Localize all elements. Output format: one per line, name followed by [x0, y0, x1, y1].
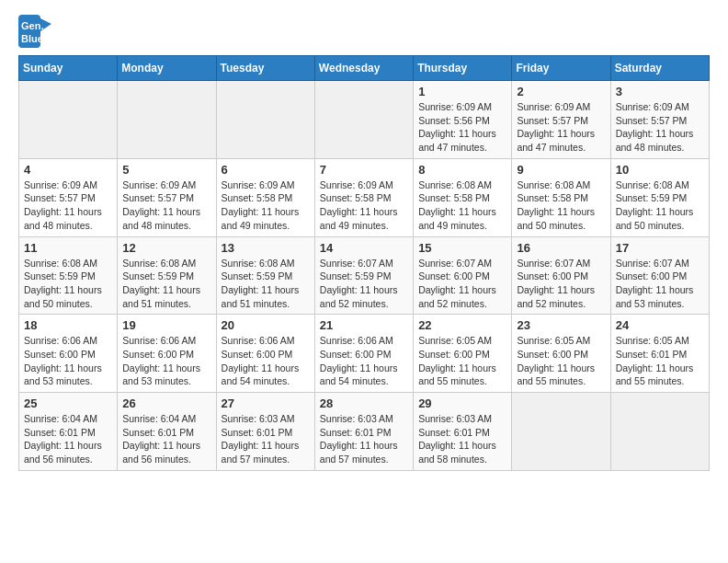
day-number: 7	[320, 163, 408, 177]
calendar-cell	[314, 81, 413, 159]
day-number: 13	[222, 241, 310, 255]
day-number: 10	[616, 163, 704, 177]
calendar-cell: 19Sunrise: 6:06 AM Sunset: 6:00 PM Dayli…	[118, 315, 216, 393]
calendar-cell: 8Sunrise: 6:08 AM Sunset: 5:58 PM Daylig…	[414, 158, 512, 236]
day-number: 15	[418, 241, 506, 255]
calendar-cell: 29Sunrise: 6:03 AM Sunset: 6:01 PM Dayli…	[414, 393, 512, 471]
calendar-cell	[610, 393, 709, 471]
calendar-cell: 12Sunrise: 6:08 AM Sunset: 5:59 PM Dayli…	[118, 236, 216, 315]
day-info: Sunrise: 6:09 AM Sunset: 5:57 PM Dayligh…	[616, 100, 704, 155]
day-info: Sunrise: 6:09 AM Sunset: 5:58 PM Dayligh…	[222, 178, 310, 233]
day-number: 28	[320, 396, 408, 410]
day-number: 22	[418, 318, 506, 332]
calendar-cell: 6Sunrise: 6:09 AM Sunset: 5:58 PM Daylig…	[216, 158, 314, 236]
calendar-cell: 23Sunrise: 6:05 AM Sunset: 6:00 PM Dayli…	[512, 315, 610, 393]
calendar-cell	[118, 81, 216, 159]
day-info: Sunrise: 6:09 AM Sunset: 5:57 PM Dayligh…	[517, 100, 605, 155]
day-number: 9	[517, 163, 605, 177]
day-info: Sunrise: 6:09 AM Sunset: 5:57 PM Dayligh…	[24, 178, 112, 233]
day-info: Sunrise: 6:06 AM Sunset: 6:00 PM Dayligh…	[122, 334, 210, 388]
calendar-cell: 10Sunrise: 6:08 AM Sunset: 5:59 PM Dayli…	[610, 158, 709, 236]
calendar-cell: 28Sunrise: 6:03 AM Sunset: 6:01 PM Dayli…	[314, 393, 413, 471]
weekday-header-thursday: Thursday	[414, 56, 512, 81]
logo: Gen.Blue	[18, 15, 51, 48]
day-info: Sunrise: 6:08 AM Sunset: 5:58 PM Dayligh…	[517, 178, 605, 233]
calendar-table: SundayMondayTuesdayWednesdayThursdayFrid…	[18, 55, 710, 471]
day-info: Sunrise: 6:09 AM Sunset: 5:57 PM Dayligh…	[122, 178, 210, 233]
day-info: Sunrise: 6:04 AM Sunset: 6:01 PM Dayligh…	[122, 412, 210, 466]
day-number: 19	[122, 318, 210, 332]
weekday-header-monday: Monday	[118, 56, 216, 81]
svg-text:Blue: Blue	[21, 33, 43, 44]
weekday-header-tuesday: Tuesday	[216, 56, 314, 81]
calendar-cell: 4Sunrise: 6:09 AM Sunset: 5:57 PM Daylig…	[19, 158, 118, 236]
weekday-header-saturday: Saturday	[610, 56, 709, 81]
calendar-cell: 5Sunrise: 6:09 AM Sunset: 5:57 PM Daylig…	[118, 158, 216, 236]
calendar-cell: 16Sunrise: 6:07 AM Sunset: 6:00 PM Dayli…	[512, 236, 610, 315]
calendar-cell: 18Sunrise: 6:06 AM Sunset: 6:00 PM Dayli…	[19, 315, 118, 393]
day-info: Sunrise: 6:08 AM Sunset: 5:59 PM Dayligh…	[24, 257, 112, 311]
day-number: 3	[616, 85, 704, 98]
calendar-cell: 7Sunrise: 6:09 AM Sunset: 5:58 PM Daylig…	[314, 158, 413, 236]
calendar-cell	[216, 81, 314, 159]
calendar-cell: 22Sunrise: 6:05 AM Sunset: 6:00 PM Dayli…	[414, 315, 512, 393]
calendar-cell: 14Sunrise: 6:07 AM Sunset: 5:59 PM Dayli…	[314, 236, 413, 315]
day-info: Sunrise: 6:07 AM Sunset: 6:00 PM Dayligh…	[517, 257, 605, 311]
day-number: 29	[418, 396, 506, 410]
page-header: Gen.Blue	[18, 15, 710, 48]
calendar-cell: 17Sunrise: 6:07 AM Sunset: 6:00 PM Dayli…	[610, 236, 709, 315]
day-number: 12	[122, 241, 210, 255]
day-number: 25	[24, 396, 112, 410]
day-info: Sunrise: 6:07 AM Sunset: 6:00 PM Dayligh…	[616, 257, 704, 311]
day-number: 23	[517, 318, 605, 332]
day-info: Sunrise: 6:08 AM Sunset: 5:59 PM Dayligh…	[222, 257, 310, 311]
calendar-header-row: SundayMondayTuesdayWednesdayThursdayFrid…	[19, 56, 710, 81]
day-number: 24	[616, 318, 704, 332]
day-info: Sunrise: 6:05 AM Sunset: 6:01 PM Dayligh…	[616, 334, 704, 388]
day-number: 18	[24, 318, 112, 332]
weekday-header-wednesday: Wednesday	[314, 56, 413, 81]
day-number: 16	[517, 241, 605, 255]
day-number: 2	[517, 85, 605, 98]
day-info: Sunrise: 6:07 AM Sunset: 6:00 PM Dayligh…	[418, 257, 506, 311]
day-number: 11	[24, 241, 112, 255]
day-number: 27	[222, 396, 310, 410]
calendar-week-row: 25Sunrise: 6:04 AM Sunset: 6:01 PM Dayli…	[19, 393, 710, 471]
calendar-cell	[512, 393, 610, 471]
svg-text:Gen.: Gen.	[21, 20, 43, 31]
calendar-cell: 20Sunrise: 6:06 AM Sunset: 6:00 PM Dayli…	[216, 315, 314, 393]
calendar-week-row: 1Sunrise: 6:09 AM Sunset: 5:56 PM Daylig…	[19, 81, 710, 159]
calendar-cell: 11Sunrise: 6:08 AM Sunset: 5:59 PM Dayli…	[19, 236, 118, 315]
day-info: Sunrise: 6:08 AM Sunset: 5:58 PM Dayligh…	[418, 178, 506, 233]
calendar-cell: 9Sunrise: 6:08 AM Sunset: 5:58 PM Daylig…	[512, 158, 610, 236]
day-number: 26	[122, 396, 210, 410]
day-number: 6	[222, 163, 310, 177]
day-number: 17	[616, 241, 704, 255]
day-info: Sunrise: 6:03 AM Sunset: 6:01 PM Dayligh…	[418, 412, 506, 466]
day-info: Sunrise: 6:05 AM Sunset: 6:00 PM Dayligh…	[418, 334, 506, 388]
day-info: Sunrise: 6:08 AM Sunset: 5:59 PM Dayligh…	[122, 257, 210, 311]
day-info: Sunrise: 6:06 AM Sunset: 6:00 PM Dayligh…	[222, 334, 310, 388]
weekday-header-friday: Friday	[512, 56, 610, 81]
calendar-cell: 21Sunrise: 6:06 AM Sunset: 6:00 PM Dayli…	[314, 315, 413, 393]
logo-svg: Gen.Blue	[18, 15, 51, 48]
day-info: Sunrise: 6:08 AM Sunset: 5:59 PM Dayligh…	[616, 178, 704, 233]
day-number: 5	[122, 163, 210, 177]
calendar-cell: 15Sunrise: 6:07 AM Sunset: 6:00 PM Dayli…	[414, 236, 512, 315]
day-number: 1	[418, 85, 506, 98]
calendar-cell: 3Sunrise: 6:09 AM Sunset: 5:57 PM Daylig…	[610, 81, 709, 159]
day-number: 20	[222, 318, 310, 332]
calendar-week-row: 11Sunrise: 6:08 AM Sunset: 5:59 PM Dayli…	[19, 236, 710, 315]
day-number: 14	[320, 241, 408, 255]
calendar-cell: 2Sunrise: 6:09 AM Sunset: 5:57 PM Daylig…	[512, 81, 610, 159]
calendar-cell: 26Sunrise: 6:04 AM Sunset: 6:01 PM Dayli…	[118, 393, 216, 471]
calendar-cell: 27Sunrise: 6:03 AM Sunset: 6:01 PM Dayli…	[216, 393, 314, 471]
day-info: Sunrise: 6:06 AM Sunset: 6:00 PM Dayligh…	[320, 334, 408, 388]
day-info: Sunrise: 6:03 AM Sunset: 6:01 PM Dayligh…	[222, 412, 310, 466]
day-number: 21	[320, 318, 408, 332]
day-info: Sunrise: 6:07 AM Sunset: 5:59 PM Dayligh…	[320, 257, 408, 311]
calendar-cell	[19, 81, 118, 159]
calendar-cell: 13Sunrise: 6:08 AM Sunset: 5:59 PM Dayli…	[216, 236, 314, 315]
day-info: Sunrise: 6:06 AM Sunset: 6:00 PM Dayligh…	[24, 334, 112, 388]
calendar-cell: 25Sunrise: 6:04 AM Sunset: 6:01 PM Dayli…	[19, 393, 118, 471]
